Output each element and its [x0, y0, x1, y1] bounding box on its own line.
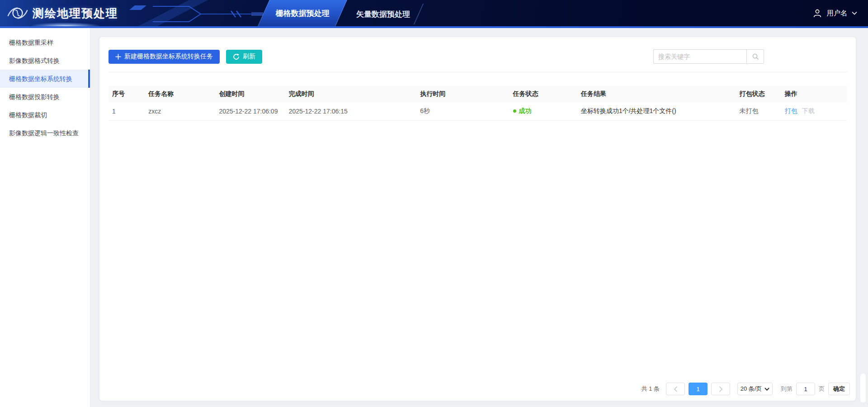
cell-task-name: zxcz — [145, 102, 215, 120]
sidebar: 栅格数据重采样 影像数据格式转换 栅格数据坐标系统转换 栅格数据投影转换 栅格数… — [0, 28, 90, 407]
goto-page-input[interactable] — [796, 383, 815, 395]
top-tabs: 栅格数据预处理 矢量数据预处理 — [258, 0, 415, 28]
status-text: 成功 — [519, 107, 532, 114]
goto-suffix-label: 页 — [819, 385, 825, 393]
tab-label: 栅格数据预处理 — [275, 8, 329, 19]
col-status: 任务状态 — [509, 86, 577, 102]
next-page-button[interactable] — [711, 383, 730, 395]
download-link: 下载 — [802, 107, 815, 114]
cell-created-time: 2025-12-22 17:06:09 — [215, 102, 285, 120]
search-box — [653, 49, 764, 64]
total-count-label: 共 1 条 — [642, 385, 660, 393]
page-size-select[interactable]: 20 条/页 — [737, 383, 773, 395]
chevron-right-icon — [719, 386, 723, 392]
scrollbar-thumb[interactable] — [860, 374, 866, 402]
col-index: 序号 — [108, 86, 145, 102]
sidebar-item-raster-resample[interactable]: 栅格数据重采样 — [0, 33, 90, 52]
tab-vector-preprocessing[interactable]: 矢量数据预处理 — [352, 0, 415, 28]
toolbar: 新建栅格数据坐标系统转换任务 刷新 — [108, 37, 847, 72]
user-menu[interactable]: 用户名 — [812, 0, 857, 26]
search-input[interactable] — [654, 50, 746, 63]
user-icon — [812, 8, 822, 18]
cell-duration: 6秒 — [416, 102, 509, 120]
new-task-button[interactable]: 新建栅格数据坐标系统转换任务 — [108, 50, 220, 64]
table-row: 1 zxcz 2025-12-22 17:06:09 2025-12-22 17… — [108, 102, 847, 120]
header-circuit-decoration — [121, 0, 270, 28]
status-dot — [513, 109, 516, 113]
sidebar-item-image-logic-check[interactable]: 影像数据逻辑一致性检查 — [0, 124, 90, 142]
refresh-icon — [233, 53, 240, 60]
cell-status: 成功 — [509, 102, 577, 120]
table-header-row: 序号 任务名称 创建时间 完成时间 执行时间 任务状态 任务结果 打包状态 操作 — [108, 86, 847, 102]
prev-page-button[interactable] — [666, 383, 685, 395]
username-label: 用户名 — [827, 9, 847, 18]
col-package-status: 打包状态 — [736, 86, 781, 102]
sidebar-item-raster-coordsys-convert[interactable]: 栅格数据坐标系统转换 — [0, 70, 90, 88]
page-1-button[interactable]: 1 — [689, 383, 708, 395]
col-created-time: 创建时间 — [215, 86, 285, 102]
refresh-label: 刷新 — [243, 52, 255, 61]
cell-actions: 打包下载 — [781, 102, 847, 120]
col-duration: 执行时间 — [416, 86, 509, 102]
search-button[interactable] — [746, 50, 764, 63]
cell-finished-time: 2025-12-22 17:06:15 — [285, 102, 417, 120]
sidebar-item-raster-projection-convert[interactable]: 栅格数据投影转换 — [0, 88, 90, 106]
new-task-label: 新建栅格数据坐标系统转换任务 — [124, 52, 213, 61]
logo-icon — [7, 4, 28, 22]
goto-prefix-label: 到第 — [781, 385, 793, 393]
goto-confirm-button[interactable]: 确定 — [828, 383, 850, 395]
pagination: 共 1 条 1 20 条/页 — [642, 383, 850, 395]
cell-result: 坐标转换成功1个/共处理1个文件() — [577, 102, 736, 120]
goto-page-group: 到第 页 — [781, 383, 825, 395]
main-layout: 栅格数据重采样 影像数据格式转换 栅格数据坐标系统转换 栅格数据投影转换 栅格数… — [0, 28, 868, 407]
sidebar-item-raster-clip[interactable]: 栅格数据裁切 — [0, 106, 90, 124]
cell-index: 1 — [108, 102, 145, 120]
app-header: 测绘地理预处理 栅格数据预处理 矢量数据预处理 用户名 — [0, 0, 868, 28]
cell-package-status: 未打包 — [736, 102, 781, 120]
tab-separator-line — [414, 4, 424, 24]
plus-icon — [115, 54, 121, 60]
app-title: 测绘地理预处理 — [33, 6, 118, 21]
page-size-label: 20 条/页 — [741, 385, 762, 393]
content-area: 新建栅格数据坐标系统转换任务 刷新 — [90, 28, 868, 407]
col-finished-time: 完成时间 — [285, 86, 417, 102]
refresh-button[interactable]: 刷新 — [226, 50, 262, 64]
chevron-down-icon — [852, 11, 857, 15]
content-panel: 新建栅格数据坐标系统转换任务 刷新 — [99, 37, 856, 401]
chevron-left-icon — [674, 386, 678, 392]
search-icon — [752, 53, 759, 60]
caret-down-icon — [764, 388, 769, 391]
logo-area: 测绘地理预处理 — [7, 0, 118, 26]
sidebar-item-image-format-convert[interactable]: 影像数据格式转换 — [0, 52, 90, 70]
package-link[interactable]: 打包 — [785, 107, 797, 114]
tab-label: 矢量数据预处理 — [356, 9, 410, 19]
col-result: 任务结果 — [577, 86, 736, 102]
col-actions: 操作 — [781, 86, 847, 102]
task-table: 序号 任务名称 创建时间 完成时间 执行时间 任务状态 任务结果 打包状态 操作… — [108, 86, 847, 121]
col-task-name: 任务名称 — [145, 86, 215, 102]
tab-raster-preprocessing[interactable]: 栅格数据预处理 — [258, 0, 347, 26]
